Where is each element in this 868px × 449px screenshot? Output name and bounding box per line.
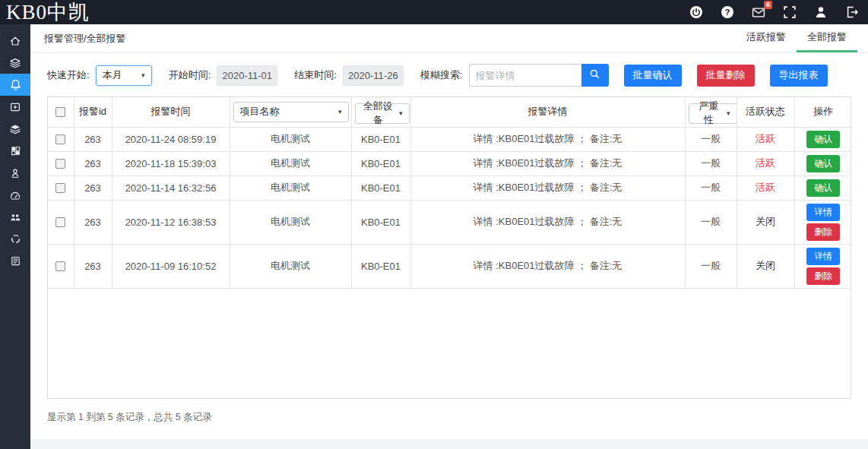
end-time-label: 结束时间: (294, 68, 337, 82)
main-content: 报警管理/全部报警 活跃报警 全部报警 快速开始: 本月 ▾ 开始时间: 202… (30, 24, 868, 439)
chevron-down-icon: ▾ (399, 109, 403, 117)
alarm-time: 2020-11-24 08:59:19 (112, 127, 230, 151)
topbar: KB0中凯 ?6 (0, 0, 868, 24)
project-name: 电机测试 (230, 127, 351, 151)
user-icon[interactable] (814, 5, 828, 19)
row-checkbox[interactable] (55, 134, 65, 144)
sidebar-item-layers[interactable] (0, 52, 30, 74)
screen-add-icon (9, 101, 21, 113)
sidebar-item-home[interactable] (0, 30, 30, 52)
sidebar-item-gauge[interactable] (0, 184, 30, 206)
search-group (469, 64, 609, 87)
device-name: KB0-E01 (351, 151, 410, 175)
sidebar (0, 24, 30, 449)
quick-start-label: 快速开始: (47, 68, 90, 82)
sidebar-item-user-pin[interactable] (0, 162, 30, 184)
end-date-input[interactable]: 2020-11-26 (343, 65, 404, 86)
tab-active-alarms[interactable]: 活跃报警 (736, 24, 797, 52)
mail-icon[interactable]: 6 (752, 5, 765, 19)
sidebar-item-stack[interactable] (0, 118, 30, 140)
table-row: 2632020-11-24 08:59:19电机测试KB0-E01详情 :KB0… (48, 127, 851, 151)
sidebar-item-bell[interactable] (0, 74, 30, 96)
breadcrumb: 报警管理/全部报警 (44, 32, 126, 46)
detail-button[interactable]: 详情 (806, 248, 840, 265)
alarm-detail: 详情 :KB0E01过载故障 ； 备注:无 (410, 127, 685, 151)
row-actions: 确认 (794, 151, 851, 175)
sidebar-item-doc-list[interactable] (0, 250, 30, 272)
alarm-table-body: 2632020-11-24 08:59:19电机测试KB0-E01详情 :KB0… (48, 127, 851, 288)
device-name: KB0-E01 (351, 175, 410, 200)
confirm-button[interactable]: 确认 (806, 155, 840, 172)
detail-button[interactable]: 详情 (806, 204, 840, 221)
filter-bar: 快速开始: 本月 ▾ 开始时间: 2020-11-01 结束时间: 2020-1… (30, 53, 868, 96)
sidebar-item-ring[interactable] (0, 228, 30, 250)
alarm-id: 263 (74, 127, 112, 151)
app-logo: KB0中凯 (0, 0, 90, 24)
grid-icon (10, 145, 21, 157)
col-alarm-detail: 报警详情 (410, 97, 685, 127)
topbar-icons: ?6 (689, 0, 868, 24)
severity: 一般 (685, 127, 737, 151)
table-row: 2632020-11-14 16:32:56电机测试KB0-E01详情 :KB0… (48, 175, 851, 200)
chevron-down-icon: ▾ (338, 108, 342, 115)
alarm-detail: 详情 :KB0E01过载故障 ； 备注:无 (410, 244, 685, 288)
export-report-button[interactable]: 导出报表 (770, 65, 828, 87)
quick-start-select[interactable]: 本月 ▾ (96, 65, 152, 86)
row-checkbox[interactable] (55, 183, 65, 193)
project-filter-value: 项目名称 (240, 105, 280, 119)
fuzzy-search-label: 模糊搜索: (420, 68, 463, 82)
record-summary: 显示第 1 到第 5 条记录，总共 5 条记录 (47, 411, 851, 424)
notification-badge: 6 (764, 1, 772, 9)
severity-filter-value: 严重性 (695, 100, 722, 127)
device-filter-value: 全部设备 (362, 100, 394, 127)
sidebar-item-grid[interactable] (0, 140, 30, 162)
project-name: 电机测试 (230, 151, 351, 175)
row-actions: 确认 (794, 127, 851, 151)
status-badge: 关闭 (737, 200, 794, 244)
alarm-id: 263 (74, 151, 112, 175)
row-checkbox[interactable] (55, 159, 65, 169)
project-filter-select[interactable]: 项目名称 ▾ (233, 102, 349, 122)
project-name: 电机测试 (230, 200, 351, 244)
project-name: 电机测试 (230, 244, 351, 288)
alarm-id: 263 (74, 200, 112, 244)
col-active-status: 活跃状态 (737, 97, 794, 127)
severity: 一般 (685, 244, 737, 288)
power-icon[interactable] (689, 5, 703, 19)
status-badge: 活跃 (737, 175, 794, 200)
doc-list-icon (10, 255, 21, 267)
select-all-checkbox[interactable] (55, 107, 65, 117)
stack-icon (9, 123, 21, 135)
sidebar-item-team[interactable] (0, 206, 30, 228)
col-actions: 操作 (794, 97, 851, 127)
device-filter-select[interactable]: 全部设备 ▾ (355, 103, 410, 124)
team-icon (9, 211, 21, 223)
row-checkbox[interactable] (55, 217, 65, 227)
col-alarm-id: 报警id (74, 97, 112, 127)
tab-all-alarms[interactable]: 全部报警 (797, 24, 857, 52)
layers-icon (9, 57, 21, 69)
home-icon (9, 35, 21, 47)
row-checkbox[interactable] (55, 261, 65, 271)
logout-icon[interactable] (845, 5, 859, 19)
fullscreen-icon[interactable] (783, 5, 797, 19)
alarm-id: 263 (74, 244, 112, 288)
delete-button[interactable]: 删除 (806, 267, 840, 285)
alarm-detail: 详情 :KB0E01过载故障 ； 备注:无 (410, 151, 685, 175)
sidebar-item-screen-add[interactable] (0, 96, 30, 118)
batch-delete-button[interactable]: 批量删除 (697, 65, 755, 87)
confirm-button[interactable]: 确认 (806, 179, 840, 197)
search-button[interactable] (581, 64, 609, 87)
gauge-icon (9, 189, 21, 201)
start-date-input[interactable]: 2020-11-01 (217, 65, 277, 86)
batch-confirm-button[interactable]: 批量确认 (624, 65, 682, 87)
search-icon (589, 68, 600, 82)
search-input[interactable] (469, 64, 581, 87)
confirm-button[interactable]: 确认 (806, 131, 840, 148)
delete-button[interactable]: 删除 (806, 223, 840, 241)
row-actions: 确认 (794, 175, 851, 200)
severity-filter-select[interactable]: 严重性 ▾ (689, 103, 737, 124)
help-icon[interactable]: ? (721, 5, 734, 19)
status-badge: 关闭 (737, 244, 794, 288)
alarm-id: 263 (74, 175, 112, 200)
